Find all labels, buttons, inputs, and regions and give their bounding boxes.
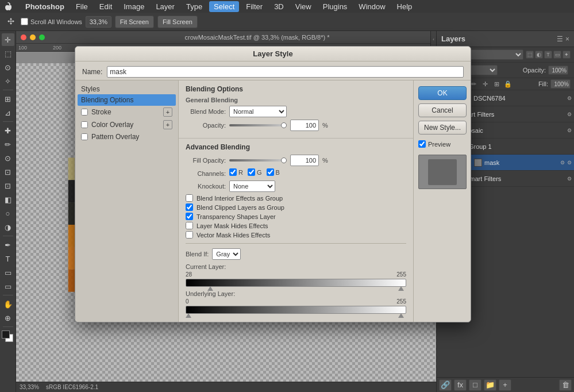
link-layers-button[interactable]: 🔗 (439, 379, 452, 391)
blend-if-select[interactable]: Gray (212, 248, 241, 260)
panel-collapse-button[interactable]: ‹ (430, 31, 436, 47)
current-layer-gradient[interactable] (186, 279, 406, 287)
move-tool-options[interactable] (5, 16, 17, 28)
color-overlay-checkbox[interactable] (81, 121, 88, 128)
adj-filter-icon[interactable]: ◐ (535, 51, 543, 59)
maximize-button[interactable] (39, 34, 45, 40)
heal-tool[interactable]: ✚ (2, 124, 14, 137)
current-layer-right-arrow[interactable] (398, 286, 404, 291)
lock-artboard-icon[interactable]: ⊞ (492, 79, 501, 89)
photoshop-menu[interactable]: Photoshop (21, 1, 69, 12)
color-overlay-add-button[interactable]: + (163, 120, 172, 129)
filter-menu[interactable]: Filter (241, 1, 267, 12)
delete-layer-button[interactable]: 🗑 (559, 379, 572, 391)
pen-tool[interactable]: ✒ (2, 239, 14, 251)
fill-opacity-input[interactable] (290, 155, 319, 166)
history-tool[interactable]: ⊡ (2, 166, 14, 178)
path-tool[interactable]: ▭ (2, 266, 14, 279)
opacity-input-dialog[interactable] (290, 120, 319, 131)
current-layer-left-arrow[interactable] (207, 286, 213, 291)
channel-r-checkbox[interactable] (229, 168, 237, 176)
mask-effects-icon[interactable]: ⚙ (567, 160, 572, 166)
sf1-options[interactable]: ⚙ (567, 112, 572, 117)
opacity-slider[interactable] (229, 124, 287, 126)
vector-mask-checkbox[interactable] (186, 231, 193, 239)
underlying-layer-left-arrow[interactable] (186, 313, 191, 318)
style-item-blending-options[interactable]: Blending Options (78, 94, 176, 106)
wand-tool[interactable]: ✧ (2, 75, 14, 87)
blend-clipped-checkbox[interactable] (186, 203, 193, 211)
underlying-layer-gradient[interactable] (186, 306, 406, 314)
edit-menu[interactable]: Edit (95, 1, 117, 12)
zoom-tool[interactable]: ⊕ (2, 312, 14, 324)
foreground-swatch[interactable] (2, 330, 10, 339)
crop-tool[interactable]: ⊞ (2, 93, 14, 105)
lock-position-icon[interactable]: ✛ (480, 79, 490, 89)
mask-link-icon[interactable]: ⚙ (560, 160, 565, 166)
minimize-button[interactable] (30, 34, 36, 40)
style-item-stroke[interactable]: Stroke + (78, 106, 176, 118)
new-group-button[interactable]: 📁 (484, 379, 496, 391)
new-layer-button[interactable]: + (499, 379, 511, 391)
ok-button[interactable]: OK (418, 86, 467, 100)
layer-options-dscn6784[interactable]: ⚙ (567, 95, 572, 101)
lasso-tool[interactable]: ⊙ (2, 61, 14, 74)
marquee-tool[interactable]: ⬚ (2, 47, 14, 60)
underlying-layer-right-arrow[interactable] (398, 313, 404, 318)
stroke-add-button[interactable]: + (163, 107, 172, 117)
knockout-select[interactable]: None (229, 180, 275, 192)
image-menu[interactable]: Image (119, 1, 149, 12)
shape-tool[interactable]: ▭ (2, 280, 14, 293)
blend-interior-checkbox[interactable] (186, 194, 193, 202)
pattern-overlay-checkbox[interactable] (81, 133, 88, 140)
layer-menu[interactable]: Layer (151, 1, 179, 12)
type-filter-icon[interactable]: T (544, 51, 552, 59)
sf2-options[interactable]: ⚙ (567, 176, 572, 182)
lock-all-icon[interactable]: 🔒 (503, 79, 513, 89)
fill-input[interactable] (550, 79, 571, 89)
pixel-filter-icon[interactable]: ⬚ (526, 51, 534, 59)
preview-checkbox-input[interactable] (418, 140, 426, 148)
select-menu[interactable]: Select (209, 1, 239, 12)
smart-filter-icon[interactable]: ✦ (563, 51, 571, 59)
clone-tool[interactable]: ⊙ (2, 152, 14, 164)
blend-mode-select-dialog[interactable]: Normal (229, 106, 287, 117)
name-input[interactable] (107, 66, 464, 78)
transparency-shapes-checkbox[interactable] (186, 213, 193, 220)
panel-options-icon[interactable]: ☰ (557, 35, 563, 43)
channel-r[interactable]: R (229, 168, 243, 176)
style-item-pattern-overlay[interactable]: Pattern Overlay (78, 131, 176, 143)
type-menu[interactable]: Type (182, 1, 207, 12)
channel-g-checkbox[interactable] (248, 168, 255, 176)
view-menu[interactable]: View (291, 1, 316, 12)
stroke-checkbox[interactable] (81, 109, 88, 116)
file-menu[interactable]: File (71, 1, 93, 12)
layer-mask-checkbox[interactable] (186, 222, 193, 229)
fill-screen-button[interactable]: Fill Screen (157, 16, 198, 28)
scroll-all-windows-checkbox[interactable]: Scroll All Windows (21, 18, 82, 25)
fill-opacity-thumb[interactable] (281, 157, 287, 163)
plugins-menu[interactable]: Plugins (318, 1, 352, 12)
mosaic-options[interactable]: ⚙ (567, 128, 572, 133)
brush-tool[interactable]: ✏ (2, 138, 14, 151)
shape-filter-icon[interactable]: ▭ (553, 51, 561, 59)
channel-g[interactable]: G (248, 168, 262, 176)
preview-checkbox[interactable]: Preview (418, 140, 466, 148)
window-menu[interactable]: Window (354, 1, 390, 12)
gradient-tool[interactable]: ◧ (2, 193, 14, 206)
add-effect-button[interactable]: fx (454, 379, 467, 391)
erase-tool[interactable]: ⊡ (2, 179, 14, 192)
cancel-button[interactable]: Cancel (418, 103, 467, 117)
opacity-input[interactable] (548, 66, 568, 75)
move-tool[interactable]: ✛ (2, 33, 14, 46)
text-tool[interactable]: T (2, 252, 14, 265)
fit-screen-button[interactable]: Fit Screen (115, 16, 154, 28)
opacity-thumb[interactable] (281, 122, 287, 128)
hand-tool[interactable]: ✋ (2, 298, 14, 310)
new-style-button[interactable]: New Style... (418, 121, 467, 134)
blur-tool[interactable]: ○ (2, 207, 14, 220)
help-menu[interactable]: Help (392, 1, 417, 12)
apple-menu[interactable] (5, 2, 14, 11)
color-swatches[interactable] (2, 330, 14, 345)
close-button[interactable] (21, 34, 26, 40)
